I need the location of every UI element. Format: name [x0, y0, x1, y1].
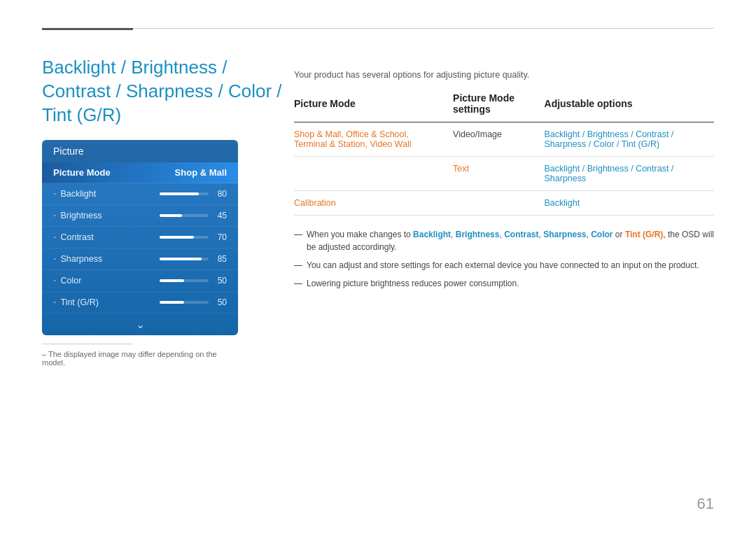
footnote-content: The displayed image may differ depending… [42, 350, 217, 367]
slider-fill [160, 301, 184, 304]
slider-value: 50 [213, 297, 227, 307]
osd-chevron-down[interactable]: ⌄ [42, 314, 238, 335]
slider-container: 80 [160, 189, 227, 199]
table-cell-mode [294, 157, 453, 191]
table-row: Calibration Backlight [294, 191, 714, 216]
osd-row-label: Tint (G/R) [53, 296, 99, 309]
slider-container: 45 [160, 211, 227, 220]
slider-container: 50 [160, 276, 227, 286]
table-body: Shop & Mall, Office & School, Terminal &… [294, 122, 714, 216]
slider-bar [160, 192, 209, 195]
table-row: Text Backlight / Brightness / Contrast /… [294, 157, 714, 191]
notes-section: When you make changes to Backlight, Brig… [294, 228, 714, 290]
slider-bar [160, 301, 209, 304]
col-header-adjustable: Adjustable options [545, 92, 714, 122]
note-item: You can adjust and store settings for ea… [294, 259, 714, 272]
slider-bar [160, 236, 209, 239]
page-title: Backlight / Brightness / Contrast / Shar… [42, 56, 294, 127]
note-text: You can adjust and store settings for ea… [307, 259, 699, 272]
osd-selected-value: Shop & Mall [175, 167, 227, 178]
table-cell-settings: Text [453, 157, 544, 191]
osd-row-backlight[interactable]: Backlight 80 [42, 183, 238, 205]
slider-fill [160, 214, 182, 217]
footnote-text: – The displayed image may differ dependi… [42, 350, 238, 367]
osd-menu: Picture Picture Mode Shop & Mall Backlig… [42, 140, 238, 335]
table-cell-mode: Calibration [294, 191, 453, 216]
osd-header: Picture [42, 140, 238, 162]
top-line-accent [42, 28, 133, 30]
table-cell-adjustable: Backlight / Brightness / Contrast / Shar… [545, 122, 714, 157]
note-item: Lowering picture brightness reduces powe… [294, 277, 714, 290]
osd-row-contrast[interactable]: Contrast 70 [42, 227, 238, 248]
col-header-settings: Picture Mode settings [453, 92, 544, 122]
osd-row-color[interactable]: Color 50 [42, 270, 238, 292]
divider-line [42, 344, 133, 344]
note-text: Lowering picture brightness reduces powe… [307, 277, 519, 290]
slider-bar [160, 214, 209, 217]
osd-selected-label: Picture Mode [53, 167, 111, 178]
slider-value: 50 [213, 276, 227, 286]
osd-row-brightness[interactable]: Brightness 45 [42, 205, 238, 227]
slider-container: 50 [160, 297, 227, 307]
osd-row-sharpness[interactable]: Sharpness 85 [42, 248, 238, 270]
slider-fill [160, 236, 194, 239]
slider-value: 45 [213, 211, 227, 220]
left-panel: Picture Picture Mode Shop & Mall Backlig… [42, 140, 238, 367]
top-line-separator [42, 28, 714, 29]
osd-selected-row[interactable]: Picture Mode Shop & Mall [42, 162, 238, 183]
right-panel: Your product has several options for adj… [294, 70, 714, 295]
table-header-row: Picture Mode Picture Mode settings Adjus… [294, 92, 714, 122]
page-number: 61 [697, 495, 714, 513]
intro-text: Your product has several options for adj… [294, 70, 714, 80]
note-item: When you make changes to Backlight, Brig… [294, 228, 714, 253]
table-cell-mode: Shop & Mall, Office & School, Terminal &… [294, 122, 453, 157]
col-header-mode: Picture Mode [294, 92, 453, 122]
table-cell-settings: Video/Image [453, 122, 544, 157]
osd-row-label: Color [53, 274, 81, 287]
osd-row-label: Contrast [53, 231, 94, 244]
note-text: When you make changes to Backlight, Brig… [307, 228, 714, 253]
slider-value: 85 [213, 254, 227, 264]
slider-container: 85 [160, 254, 227, 264]
osd-row-label: Backlight [53, 188, 96, 200]
osd-row-tint--g-r-[interactable]: Tint (G/R) 50 [42, 292, 238, 314]
slider-fill [160, 279, 184, 282]
table-cell-adjustable: Backlight / Brightness / Contrast / Shar… [545, 157, 714, 191]
slider-value: 70 [213, 232, 227, 242]
table-cell-settings [453, 191, 544, 216]
info-table: Picture Mode Picture Mode settings Adjus… [294, 92, 714, 216]
osd-row-label: Sharpness [53, 253, 102, 265]
table-cell-adjustable: Backlight [545, 191, 714, 216]
osd-row-label: Brightness [53, 209, 102, 222]
osd-rows: Backlight 80 Brightness 45 Contrast [42, 183, 238, 314]
table-row: Shop & Mall, Office & School, Terminal &… [294, 122, 714, 157]
footnote-dash: – [42, 350, 48, 358]
slider-fill [160, 192, 199, 195]
slider-container: 70 [160, 232, 227, 242]
slider-bar [160, 279, 209, 282]
slider-value: 80 [213, 189, 227, 199]
slider-fill [160, 258, 202, 260]
slider-bar [160, 258, 209, 260]
